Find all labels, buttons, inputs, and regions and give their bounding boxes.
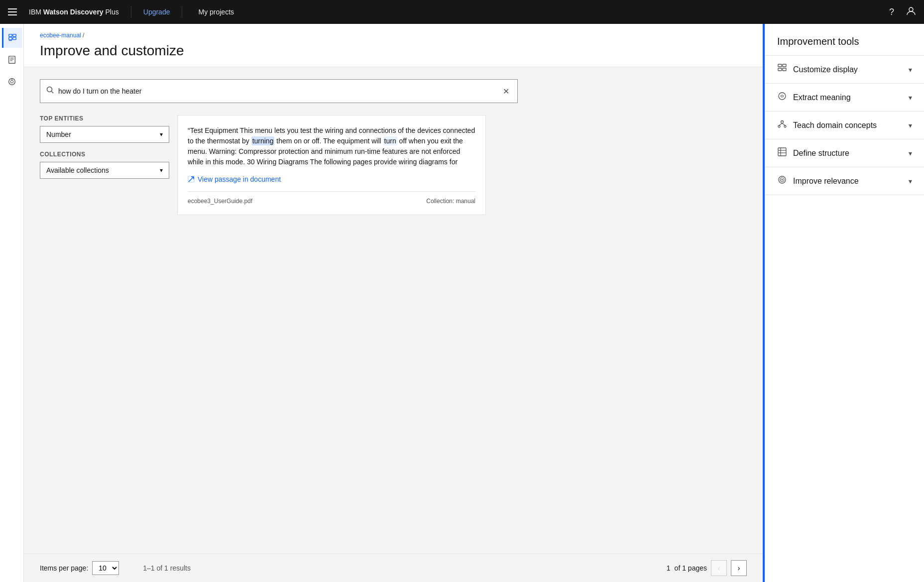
define-structure-chevron: ▾ bbox=[909, 149, 912, 157]
highlight-turning: turning bbox=[251, 136, 275, 145]
tool-improve-relevance[interactable]: Improve relevance ▾ bbox=[765, 167, 924, 195]
breadcrumb: ecobee-manual / bbox=[40, 32, 747, 39]
collections-filter-section: Collections Available collections ▾ bbox=[40, 151, 169, 179]
extract-meaning-icon bbox=[777, 92, 787, 103]
teach-domain-concepts-chevron: ▾ bbox=[909, 121, 912, 129]
sidebar-item-improve[interactable] bbox=[2, 28, 22, 48]
svg-line-14 bbox=[52, 92, 54, 94]
brand-name: IBM Watson Discovery Plus bbox=[29, 8, 119, 16]
search-area: ✕ bbox=[24, 67, 763, 115]
svg-point-32 bbox=[782, 179, 783, 181]
center-content: ecobee-manual / Improve and customize ✕ bbox=[24, 24, 763, 582]
tool-extract-meaning[interactable]: Extract meaning ▾ bbox=[765, 84, 924, 112]
svg-point-23 bbox=[784, 125, 786, 127]
teach-domain-concepts-icon bbox=[777, 119, 787, 131]
svg-rect-4 bbox=[13, 37, 16, 40]
search-input[interactable] bbox=[58, 87, 501, 95]
my-projects-link[interactable]: My projects bbox=[198, 8, 234, 16]
svg-point-0 bbox=[909, 7, 913, 11]
improve-relevance-chevron: ▾ bbox=[909, 177, 912, 185]
search-bar-container: ✕ bbox=[40, 79, 518, 103]
svg-rect-2 bbox=[13, 34, 16, 37]
tool-left-relevance: Improve relevance bbox=[777, 175, 859, 187]
svg-rect-3 bbox=[9, 37, 12, 40]
collections-dropdown-chevron: ▾ bbox=[160, 167, 163, 174]
tool-teach-domain-concepts[interactable]: Teach domain concepts ▾ bbox=[765, 112, 924, 139]
results-area: Top Entities Number ▾ Collections Availa… bbox=[24, 115, 763, 554]
svg-point-20 bbox=[779, 93, 786, 100]
tool-left-extract: Extract meaning bbox=[777, 92, 851, 103]
svg-rect-26 bbox=[778, 148, 786, 156]
items-per-page-select[interactable]: 10 20 50 bbox=[92, 561, 119, 575]
breadcrumb-separator: / bbox=[83, 32, 84, 39]
tool-left-customize: Customize display bbox=[777, 64, 858, 75]
svg-rect-1 bbox=[9, 34, 12, 37]
filter-panel: Top Entities Number ▾ Collections Availa… bbox=[40, 115, 169, 554]
define-structure-label: Define structure bbox=[793, 149, 849, 158]
top-navigation: IBM Watson Discovery Plus Upgrade My pro… bbox=[0, 0, 924, 24]
customize-display-chevron: ▾ bbox=[909, 66, 912, 74]
svg-point-13 bbox=[47, 87, 52, 92]
collections-label: Collections bbox=[40, 151, 169, 158]
user-icon[interactable] bbox=[906, 6, 916, 18]
tool-define-structure[interactable]: Define structure ▾ bbox=[765, 139, 924, 167]
svg-line-24 bbox=[779, 123, 782, 126]
svg-rect-18 bbox=[778, 68, 782, 71]
next-page-button[interactable]: › bbox=[731, 560, 747, 576]
nav-divider bbox=[131, 6, 131, 18]
tool-left-teach: Teach domain concepts bbox=[777, 119, 877, 131]
page-info: 1 of 1 pages ‹ › bbox=[667, 560, 747, 576]
help-icon[interactable]: ? bbox=[889, 7, 894, 17]
svg-rect-17 bbox=[783, 64, 786, 67]
svg-rect-16 bbox=[778, 64, 782, 67]
result-collection: Collection: manual bbox=[426, 198, 475, 205]
total-pages-label: of 1 pages bbox=[675, 564, 707, 572]
tool-left-structure: Define structure bbox=[777, 147, 849, 159]
entities-filter-section: Top Entities Number ▾ bbox=[40, 115, 169, 143]
svg-rect-6 bbox=[8, 56, 15, 63]
page-header: ecobee-manual / Improve and customize bbox=[24, 24, 763, 67]
sidebar-item-documents[interactable] bbox=[2, 50, 22, 70]
collections-dropdown[interactable]: Available collections ▾ bbox=[40, 162, 169, 179]
svg-point-11 bbox=[10, 80, 13, 83]
page-title: Improve and customize bbox=[40, 43, 747, 67]
collections-dropdown-label: Available collections bbox=[46, 166, 109, 174]
highlight-turn: turn bbox=[383, 136, 397, 145]
left-sidebar bbox=[0, 24, 24, 582]
view-passage-link[interactable]: View passage in document bbox=[188, 175, 475, 183]
extract-meaning-chevron: ▾ bbox=[909, 94, 912, 102]
extract-meaning-label: Extract meaning bbox=[793, 93, 851, 102]
svg-point-22 bbox=[778, 125, 780, 127]
improve-relevance-label: Improve relevance bbox=[793, 177, 859, 186]
breadcrumb-project-link[interactable]: ecobee-manual bbox=[40, 32, 81, 39]
result-middle: them on or off. The equipment will bbox=[274, 137, 383, 145]
svg-line-25 bbox=[782, 123, 785, 126]
customize-display-icon bbox=[777, 64, 787, 75]
number-dropdown-label: Number bbox=[46, 130, 71, 138]
prev-page-button[interactable]: ‹ bbox=[711, 560, 727, 576]
define-structure-icon bbox=[777, 147, 787, 159]
improve-relevance-icon bbox=[777, 175, 787, 187]
search-clear-button[interactable]: ✕ bbox=[501, 85, 511, 98]
sidebar-item-analytics[interactable] bbox=[2, 72, 22, 92]
entities-label: Top Entities bbox=[40, 115, 169, 122]
items-per-page-label: Items per page: bbox=[40, 564, 88, 572]
nav-divider2 bbox=[182, 6, 182, 18]
teach-domain-concepts-label: Teach domain concepts bbox=[793, 121, 877, 130]
current-page-number: 1 bbox=[667, 564, 671, 572]
upgrade-link[interactable]: Upgrade bbox=[143, 8, 170, 16]
items-per-page-group: Items per page: 10 20 50 bbox=[40, 561, 123, 575]
improvement-tools-title: Improvement tools bbox=[765, 24, 924, 56]
results-count: 1–1 of 1 results bbox=[143, 564, 191, 572]
tool-customize-display[interactable]: Customize display ▾ bbox=[765, 56, 924, 84]
number-dropdown[interactable]: Number ▾ bbox=[40, 126, 169, 143]
search-icon bbox=[46, 86, 54, 96]
svg-point-21 bbox=[781, 121, 784, 123]
result-text: “Test Equipment This menu lets you test … bbox=[188, 125, 475, 167]
right-panel: Improvement tools Customize display ▾ bbox=[765, 24, 924, 582]
svg-rect-19 bbox=[783, 68, 786, 71]
number-dropdown-chevron: ▾ bbox=[160, 131, 163, 138]
hamburger-menu[interactable] bbox=[8, 8, 17, 15]
customize-display-label: Customize display bbox=[793, 65, 858, 74]
result-card: “Test Equipment This menu lets you test … bbox=[177, 115, 486, 215]
